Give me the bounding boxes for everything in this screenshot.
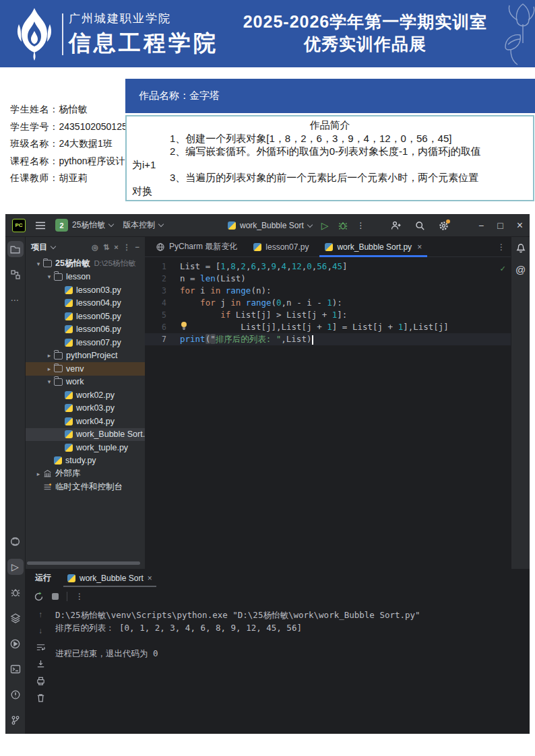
notifications-bell-icon[interactable] [515,242,526,253]
ai-assistant-icon[interactable]: @ [515,264,526,275]
intro-line: 对换 [131,184,529,198]
intention-bulb-icon[interactable] [180,321,188,331]
tree-item-lesson07-py[interactable]: lesson07.py [26,336,145,349]
chevron-down-icon [307,221,312,227]
project-widget[interactable]: 2 25杨怡敏 [55,219,113,232]
py-icon [65,444,73,452]
tree-item-work_bubble-sort-py[interactable]: work_Bubble Sort.py [26,428,145,442]
tree-item-work03-py[interactable]: work03.py [26,402,145,415]
vcs-widget[interactable]: 版本控制 [123,219,163,231]
tree-item-25杨怡敏[interactable]: ▾25杨怡敏D:\25杨怡敏 [26,257,145,271]
close-button[interactable]: × [517,219,523,232]
project-hscrollbar[interactable] [27,561,140,565]
python-console-icon[interactable] [7,533,24,549]
more-actions-icon[interactable]: ⋮ [357,221,365,230]
maximize-button[interactable]: □ [497,220,503,231]
tree-item-work04-py[interactable]: work04.py [26,415,145,428]
services-icon[interactable] [7,610,24,626]
project-tool-icon[interactable]: ◎ [92,243,98,252]
chevron-down-icon[interactable] [51,243,56,248]
debug-icon[interactable] [7,584,24,600]
code-line-7[interactable]: 7print("排序后的列表: ",List) [145,333,511,345]
more-actions-icon[interactable]: ⋮ [75,592,84,601]
problems-icon[interactable] [7,687,24,703]
tree-chevron-icon[interactable]: ▾ [44,273,54,280]
line-number: 6 [145,321,166,333]
rerun-icon[interactable] [34,592,44,602]
tree-item-lesson03-py[interactable]: lesson03.py [26,283,145,297]
tree-item-work02-py[interactable]: work02.py [26,388,145,402]
minimize-button[interactable]: − [478,220,484,231]
editor-tab-lesson07-py[interactable]: lesson07.py [245,237,317,256]
more-toolwindows-icon[interactable]: ⋯ [7,292,24,308]
project-folder-icon[interactable] [7,241,24,257]
printer-icon[interactable] [36,676,46,686]
code-line-2[interactable]: 2n = len(List) [145,273,511,285]
tree-chevron-icon[interactable]: ▸ [44,366,54,372]
run-panel-title[interactable]: 运行 [35,572,51,584]
more-tabs-icon[interactable]: ⋮ [497,242,505,252]
scroll-end-icon[interactable] [36,659,46,669]
project-panel-tools[interactable]: ◎⇅×⋮− [92,243,139,252]
tree-item-study-py[interactable]: study.py [26,454,145,468]
tree-item-lesson06-py[interactable]: lesson06.py [26,323,145,337]
run-configuration-widget[interactable]: work_Bubble Sort [228,221,312,230]
code-editor[interactable]: ✓ 1List = [1,8,2,6,3,9,4,12,0,56,45]2n =… [145,257,511,345]
version-control-icon[interactable] [7,712,24,728]
settings-gear-icon[interactable] [439,221,449,231]
code-with-me-icon[interactable] [391,221,402,230]
tree-item-临时文件和控制台[interactable]: 临时文件和控制台 [26,481,145,494]
tree-item-venv[interactable]: ▸venv [26,362,145,376]
tree-item-pythonproject[interactable]: ▸pythonProject [26,349,145,363]
line-number: 3 [145,285,166,297]
pycharm-logo-icon[interactable]: PC [12,219,26,232]
code-line-5[interactable]: 5 if List[j] > List[j + 1]: [145,309,511,321]
tree-chevron-icon[interactable]: ▾ [34,261,43,267]
editor-tab-work_bubble-sort-py[interactable]: work_Bubble Sort.py× [317,237,430,256]
terminal-icon[interactable] [7,661,24,677]
structure-icon[interactable] [7,267,24,283]
project-tool-icon[interactable]: ⋮ [123,243,131,252]
run-button[interactable]: ▷ [321,220,329,231]
info-value: 24大数据1班 [59,138,113,149]
run-tab[interactable]: work_Bubble Sort × [63,569,156,587]
code-line-4[interactable]: 4 for j in range(0,n - i - 1): [145,297,511,309]
arrow-down-icon[interactable]: ↓ [38,626,42,635]
run-icon[interactable]: ▷ [7,559,24,575]
close-icon[interactable]: × [417,242,422,252]
code-text: List[j],List[j + 1] = List[j + 1],List[j… [166,321,449,333]
editor-tab-pycharm-最新变化[interactable]: PyCharm 最新变化 [148,237,245,256]
stop-icon[interactable] [52,593,59,600]
tree-item-lesson04-py[interactable]: lesson04.py [26,297,145,310]
search-icon[interactable] [415,221,425,231]
college-name-large: 信息工程学院 [69,28,218,59]
soft-wrap-icon[interactable] [36,642,46,652]
project-tool-icon[interactable]: − [135,243,139,252]
run-configuration-name: work_Bubble Sort [240,221,304,230]
tree-chevron-icon[interactable]: ▸ [44,352,54,359]
project-tool-icon[interactable]: × [114,243,118,252]
line-number: 2 [145,273,166,285]
project-tool-icon[interactable]: ⇅ [103,243,109,252]
code-line-6[interactable]: 6 List[j],List[j + 1] = List[j + 1],List… [145,321,511,333]
student-info-row: 学生学号：2435102050125 [10,118,127,136]
tree-item-lesson05-py[interactable]: lesson05.py [26,310,145,323]
student-info: 学生姓名：杨怡敏学生学号：2435102050125班级名称：24大数据1班课程… [10,101,127,187]
main-menu-icon[interactable] [35,221,46,230]
tree-item-label: work02.py [76,390,115,400]
trash-icon[interactable] [36,693,46,703]
tree-item-lesson[interactable]: ▾lesson [26,271,145,284]
debug-button[interactable] [338,221,348,230]
python-packages-icon[interactable] [7,635,24,652]
tree-item-label: work_tuple.py [76,443,128,452]
code-line-3[interactable]: 3for i in range(n): [145,285,511,297]
console-line: 排序后的列表： [0, 1, 2, 3, 4, 6, 8, 9, 12, 45,… [55,621,420,634]
tree-chevron-icon[interactable]: ▾ [44,378,54,385]
code-line-1[interactable]: 1List = [1,8,2,6,3,9,4,12,0,56,45] [145,261,511,273]
tree-chevron-icon[interactable]: ▸ [34,471,43,477]
arrow-up-icon[interactable]: ↑ [38,610,42,619]
tree-item-work[interactable]: ▾work [26,376,145,389]
tree-item-外部库[interactable]: ▸外部库 [26,467,145,481]
tree-item-work_tuple-py[interactable]: work_tuple.py [26,441,145,454]
close-icon[interactable]: × [148,574,152,583]
